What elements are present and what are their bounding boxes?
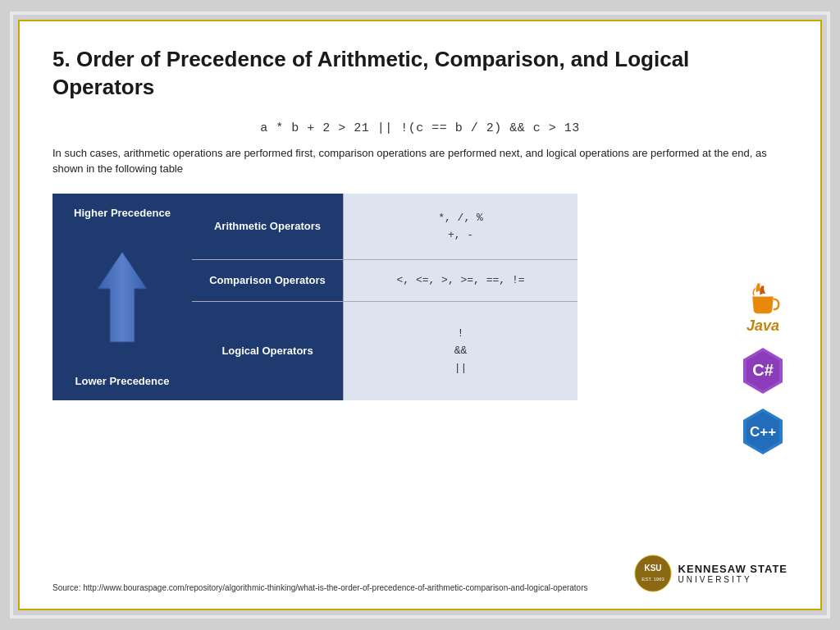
svg-marker-0 xyxy=(98,252,147,342)
slide-title: 5. Order of Precedence of Arithmetic, Co… xyxy=(52,46,788,102)
description: In such cases, arithmetic operations are… xyxy=(52,145,788,177)
comparison-symbols-cell: <, <=, >, >=, ==, != xyxy=(344,260,578,301)
arithmetic-label: Arithmetic Operators xyxy=(214,220,321,232)
lower-precedence-label: Lower Precedence xyxy=(75,375,170,387)
arrow-up-icon xyxy=(94,248,151,346)
higher-precedence-label: Higher Precedence xyxy=(74,207,171,219)
code-example: a * b + 2 > 21 || !(c == b / 2) && c > 1… xyxy=(52,121,788,135)
arithmetic-name-cell: Arithmetic Operators xyxy=(192,194,344,259)
left-col: Higher Precedence Lower xyxy=(52,194,192,400)
content-area: Higher Precedence Lower xyxy=(52,194,788,541)
comparison-name-cell: Comparison Operators xyxy=(192,260,344,301)
csharp-logo-icon: C# xyxy=(738,346,788,395)
ksu-name: KENNESAW STATE UNIVERSITY xyxy=(678,563,788,584)
logical-row: Logical Operators ! && || xyxy=(192,302,578,400)
svg-text:KSU: KSU xyxy=(644,564,661,573)
ksu-logo: KSU EST. 1963 KENNESAW STATE UNIVERSITY xyxy=(634,555,788,592)
arithmetic-row: Arithmetic Operators *, /, % +, - xyxy=(192,194,578,260)
logos-section: Java C# C++ xyxy=(730,194,788,541)
java-logo: Java xyxy=(743,278,783,335)
precedence-table: Higher Precedence Lower xyxy=(52,194,578,400)
logical-symbols-cell: ! && || xyxy=(344,302,578,400)
logical-symbol-2: && xyxy=(454,345,468,357)
right-col: Arithmetic Operators *, /, % +, - Compar… xyxy=(192,194,578,400)
table-section: Higher Precedence Lower xyxy=(52,194,714,541)
slide: 5. Order of Precedence of Arithmetic, Co… xyxy=(18,20,822,610)
comparison-label: Comparison Operators xyxy=(209,274,326,286)
footer: Source: http://www.bouraspage.com/reposi… xyxy=(52,555,788,592)
java-text: Java xyxy=(746,317,779,335)
svg-text:C#: C# xyxy=(752,361,774,379)
java-cup-icon xyxy=(743,278,783,317)
svg-text:EST. 1963: EST. 1963 xyxy=(641,577,664,582)
svg-text:C++: C++ xyxy=(750,424,776,440)
source-text: Source: http://www.bouraspage.com/reposi… xyxy=(52,583,634,592)
ksu-name-line1: KENNESAW STATE xyxy=(678,563,788,575)
logical-symbol-1: ! xyxy=(458,327,464,340)
svg-point-7 xyxy=(635,555,671,591)
logical-name-cell: Logical Operators xyxy=(192,302,344,400)
arithmetic-symbols-cell: *, /, % +, - xyxy=(344,194,578,259)
arithmetic-symbol-1: *, /, % xyxy=(438,212,483,224)
logical-symbol-3: || xyxy=(454,362,468,374)
cpp-logo-icon: C++ xyxy=(738,407,788,456)
comparison-row: Comparison Operators <, <=, >, >=, ==, !… xyxy=(192,260,578,302)
arithmetic-symbol-2: +, - xyxy=(448,229,473,241)
ksu-name-line2: UNIVERSITY xyxy=(678,575,788,584)
comparison-symbol-1: <, <=, >, >=, ==, != xyxy=(396,274,524,286)
ksu-emblem-icon: KSU EST. 1963 xyxy=(634,555,672,592)
logical-label: Logical Operators xyxy=(221,345,313,357)
